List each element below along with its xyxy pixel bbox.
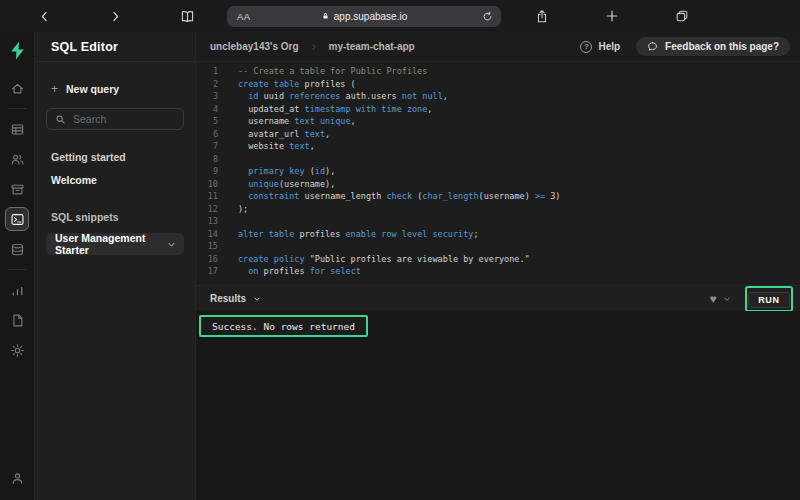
line-number: 6	[196, 128, 218, 141]
code-text: primary key (id),	[218, 165, 335, 178]
tabs-icon	[675, 9, 689, 23]
line-number: 9	[196, 165, 218, 178]
address-bar[interactable]: AA app.supabase.io	[227, 6, 501, 27]
code-line: 13	[196, 215, 800, 228]
line-number: 11	[196, 190, 218, 203]
code-line: 7 website text,	[196, 140, 800, 153]
url-text: app.supabase.io	[227, 11, 501, 22]
success-message: Success. No rows returned	[201, 317, 366, 335]
supabase-logo[interactable]	[7, 39, 27, 61]
breadcrumb-org[interactable]: unclebay143's Org	[210, 41, 299, 52]
chevron-down-icon	[253, 295, 261, 303]
code-text: );	[218, 203, 248, 216]
user-icon	[10, 471, 25, 486]
code-text: constraint username_length check (char_l…	[218, 190, 560, 203]
line-number: 17	[196, 265, 218, 278]
lock-icon	[321, 11, 330, 21]
rail-home-button[interactable]	[5, 76, 29, 100]
snippet-select[interactable]: User Management Starter	[46, 233, 184, 255]
reload-button[interactable]	[482, 11, 493, 22]
line-number: 7	[196, 140, 218, 153]
table-icon	[10, 122, 25, 137]
line-number: 4	[196, 103, 218, 116]
tab-overview-button[interactable]	[675, 9, 689, 23]
chevron-down-icon	[723, 295, 731, 303]
code-text: username text unique,	[218, 115, 356, 128]
document-icon	[10, 313, 25, 328]
code-text: -- Create a table for Public Profiles	[218, 65, 427, 78]
rail-auth-button[interactable]	[5, 147, 29, 171]
code-line: 6 avatar_url text,	[196, 128, 800, 141]
code-text: avatar_url text,	[218, 128, 330, 141]
rail-profile-button[interactable]	[5, 466, 29, 490]
share-button[interactable]	[535, 9, 549, 24]
code-line: 15	[196, 240, 800, 253]
code-line: 10 unique(username),	[196, 178, 800, 191]
chevron-right-icon	[310, 43, 318, 51]
favorite-button[interactable]: ♥	[710, 293, 717, 305]
rail-logs-button[interactable]	[5, 308, 29, 332]
new-tab-button[interactable]	[605, 9, 619, 23]
database-icon	[10, 242, 25, 257]
line-number: 12	[196, 203, 218, 216]
feedback-button[interactable]: Feedback on this page?	[636, 37, 790, 56]
bar-chart-icon	[10, 283, 25, 298]
results-toolbar: Results ♥ RUN	[196, 285, 800, 311]
rail-divider	[8, 269, 27, 270]
speech-bubble-icon	[647, 41, 658, 52]
rail-reports-button[interactable]	[5, 278, 29, 302]
results-actions: ♥ RUN	[710, 286, 793, 312]
rail-settings-button[interactable]	[5, 338, 29, 362]
rail-storage-button[interactable]	[5, 177, 29, 201]
sql-snippets-label: SQL snippets	[46, 211, 184, 223]
code-text: create table profiles (	[218, 78, 356, 91]
terminal-icon	[10, 212, 25, 227]
main-header: unclebay143's Org my-team-chat-app ? Hel…	[196, 32, 800, 62]
code-line: 9 primary key (id),	[196, 165, 800, 178]
search-input[interactable]	[73, 113, 173, 125]
success-message-highlight: Success. No rows returned	[199, 315, 368, 337]
line-number: 2	[196, 78, 218, 91]
app-shell: SQL Editor + New query Getting started W…	[0, 32, 800, 500]
app-window: AA app.supabase.io	[0, 0, 800, 500]
browser-forward-button[interactable]	[109, 10, 122, 23]
code-text	[218, 215, 238, 228]
results-dropdown[interactable]: Results	[210, 293, 261, 304]
question-circle-icon: ?	[580, 41, 592, 53]
code-line: 17 on profiles for select	[196, 265, 800, 278]
sidebar-body: + New query Getting started Welcome SQL …	[35, 62, 195, 255]
new-query-button[interactable]: + New query	[46, 82, 119, 96]
header-actions: ? Help Feedback on this page?	[580, 37, 790, 56]
code-line: 1-- Create a table for Public Profiles	[196, 65, 800, 78]
archive-box-icon	[10, 182, 25, 197]
search-box[interactable]	[46, 108, 184, 130]
code-line: 2create table profiles (	[196, 78, 800, 91]
code-line: 3 id uuid references auth.users not null…	[196, 90, 800, 103]
gear-icon	[10, 343, 25, 358]
code-text: alter table profiles enable row level se…	[218, 228, 479, 241]
sidebar-item-welcome[interactable]: Welcome	[46, 174, 184, 186]
rail-table-editor-button[interactable]	[5, 117, 29, 141]
code-line: 8	[196, 153, 800, 166]
users-icon	[10, 152, 25, 167]
open-book-icon	[180, 9, 195, 24]
code-line: 5 username text unique,	[196, 115, 800, 128]
rail-database-button[interactable]	[5, 237, 29, 261]
browser-toolbar: AA app.supabase.io	[0, 0, 800, 32]
sql-code-editor[interactable]: 1-- Create a table for Public Profiles2c…	[196, 62, 800, 285]
main-content: unclebay143's Org my-team-chat-app ? Hel…	[196, 32, 800, 500]
browser-bookmarks-button[interactable]	[180, 9, 195, 24]
line-number: 8	[196, 153, 218, 166]
code-text	[218, 153, 238, 166]
code-text: create policy "Public profiles are viewa…	[218, 253, 530, 266]
run-button[interactable]: RUN	[748, 292, 789, 308]
line-number: 5	[196, 115, 218, 128]
run-button-highlight: RUN	[745, 286, 793, 312]
run-options-dropdown[interactable]	[723, 295, 731, 303]
breadcrumb-project[interactable]: my-team-chat-app	[329, 41, 415, 52]
help-button[interactable]: ? Help	[580, 41, 620, 53]
plus-icon: +	[51, 82, 58, 96]
rail-sql-editor-button[interactable]	[5, 207, 29, 231]
browser-back-button[interactable]	[38, 10, 51, 23]
breadcrumb: unclebay143's Org my-team-chat-app	[210, 41, 415, 52]
